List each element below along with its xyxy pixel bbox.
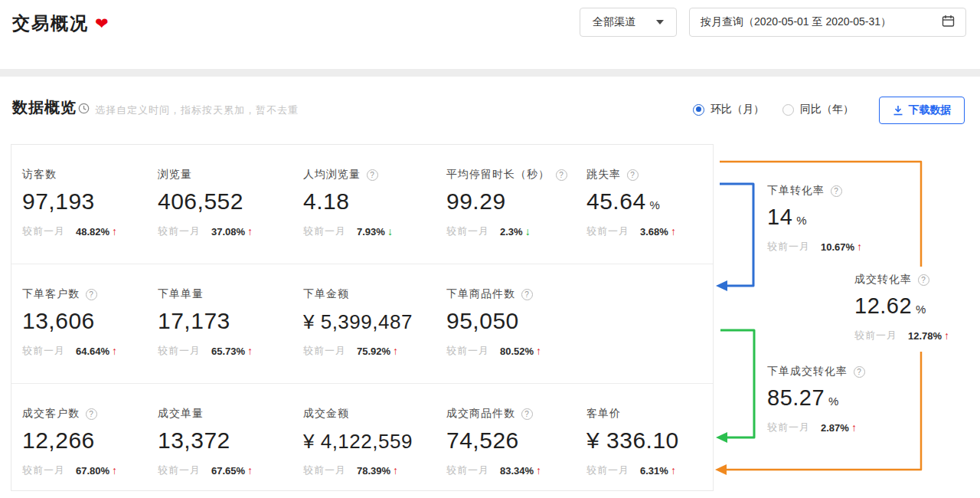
conversion-deal-rate: 成交转化率? 12.62% 较前一月12.78%↑ [847, 267, 968, 352]
conversion-order-rate: 下单转化率? 14% 较前一月10.67%↑ [760, 178, 900, 263]
metrics-row-deals: 成交客户数? 12,266 较前一月67.80%↑ 成交单量 13,372 较前… [11, 384, 713, 490]
compare-label: 较前一月 [22, 224, 65, 238]
change-value: 2.3% [500, 226, 523, 238]
download-data-button[interactable]: 下载数据 [879, 97, 965, 124]
radio-unselected-icon [782, 104, 794, 116]
info-icon[interactable]: ? [854, 366, 865, 378]
metric-label: 访客数 [22, 168, 57, 182]
metric-value: 406,552 [158, 188, 253, 215]
change-value: 6.31% [640, 465, 668, 477]
info-icon[interactable]: ? [556, 169, 567, 181]
trend-up-icon: ↑ [247, 464, 253, 477]
metric-avg-order-value: 客单价 ¥ 336.10 较前一月6.31%↑ [586, 407, 679, 477]
metric-label: 下单金额 [303, 287, 349, 301]
calendar-icon [942, 15, 955, 30]
metrics-row-orders: 下单客户数? 13,606 较前一月64.64%↑ 下单单量 17,173 较前… [11, 264, 713, 384]
metric-deal-customers: 成交客户数? 12,266 较前一月67.80%↑ [22, 407, 118, 477]
metric-label: 成交客户数 [22, 407, 80, 421]
change-value: 37.08% [211, 226, 245, 238]
overview-hint: 选择自定义时间，指标按天累加，暂不去重 [95, 103, 299, 117]
trend-down-icon: ↓ [525, 225, 531, 238]
metrics-row-traffic: 访客数 97,193 较前一月48.82%↑ 浏览量 406,552 较前一月3… [11, 145, 713, 264]
trend-up-icon: ↑ [393, 345, 399, 357]
info-icon[interactable]: ? [521, 289, 533, 300]
page-title-text: 交易概况 [12, 11, 89, 35]
trend-up-icon: ↑ [671, 225, 677, 238]
compare-label: 较前一月 [158, 344, 201, 358]
section-title: 数据概览 [12, 97, 77, 118]
metric-label: 下单成交转化率 [767, 365, 848, 378]
metric-label: 人均浏览量 [303, 168, 361, 182]
compare-label: 较前一月 [303, 344, 346, 358]
download-icon [893, 105, 903, 116]
compare-label: 较前一月 [854, 329, 897, 342]
compare-label: 较前一月 [586, 464, 629, 477]
metric-visitors: 访客数 97,193 较前一月48.82%↑ [22, 168, 118, 238]
metric-value: 14% [767, 205, 893, 230]
percent-suffix: % [796, 214, 807, 227]
compare-label: 较前一月 [767, 240, 810, 254]
radio-month-over-month[interactable]: 环比（月） [693, 103, 764, 116]
radio-year-over-year[interactable]: 同比（年） [782, 103, 854, 116]
info-icon[interactable]: ? [521, 408, 533, 420]
metric-value: 12,266 [22, 428, 118, 454]
channel-dropdown-value: 全部渠道 [593, 15, 635, 29]
metric-deal-count: 成交单量 13,372 较前一月67.65%↑ [158, 407, 253, 477]
info-icon[interactable]: ? [367, 169, 378, 181]
metric-value: 13,372 [158, 428, 253, 454]
trend-up-icon: ↑ [536, 345, 542, 357]
top-bar: 交易概况 ❤ 全部渠道 按月查询（2020-05-01 至 2020-05-31… [0, 0, 980, 69]
metric-order-customers: 下单客户数? 13,606 较前一月64.64%↑ [22, 287, 118, 358]
heart-icon[interactable]: ❤ [95, 15, 109, 33]
compare-label: 较前一月 [586, 224, 629, 238]
compare-label: 较前一月 [22, 464, 65, 477]
metric-label: 下单转化率 [767, 184, 825, 198]
blue-arrowhead-icon [716, 280, 727, 291]
metric-value: ¥ 336.10 [586, 428, 679, 454]
page-title: 交易概况 ❤ [12, 11, 109, 35]
change-value: 7.93% [357, 226, 385, 238]
change-value: 12.78% [908, 330, 942, 342]
metric-pv-per-visitor: 人均浏览量? 4.18 较前一月7.93%↓ [303, 168, 394, 238]
compare-label: 较前一月 [446, 344, 489, 358]
download-label: 下载数据 [909, 103, 952, 117]
chevron-down-icon [656, 20, 664, 25]
change-value: 3.68% [640, 226, 668, 238]
metric-label: 客单价 [586, 407, 621, 421]
clock-icon [78, 103, 90, 117]
metric-label: 下单单量 [158, 287, 204, 301]
trend-up-icon: ↑ [671, 464, 677, 477]
section-divider [0, 69, 980, 77]
metric-avg-stay-seconds: 平均停留时长（秒）? 99.29 较前一月2.3%↓ [446, 168, 567, 238]
info-icon[interactable]: ? [918, 274, 929, 286]
percent-suffix: % [916, 303, 926, 316]
change-value: 2.87% [821, 422, 849, 434]
info-icon[interactable]: ? [831, 185, 842, 197]
metric-value: 97,193 [22, 188, 118, 215]
info-icon[interactable]: ? [86, 289, 97, 300]
channel-dropdown[interactable]: 全部渠道 [580, 8, 677, 37]
metric-value: ¥ 5,399,487 [303, 310, 413, 334]
metric-label: 成交转化率 [854, 273, 912, 287]
metric-value: 99.29 [446, 188, 567, 215]
metric-label: 平均停留时长（秒） [446, 168, 550, 182]
trend-up-icon: ↑ [112, 345, 118, 357]
radio-yoy-label: 同比（年） [800, 103, 854, 116]
trend-up-icon: ↑ [851, 421, 858, 434]
info-icon[interactable]: ? [627, 169, 639, 181]
trend-up-icon: ↑ [536, 464, 542, 477]
green-arrowhead-icon [716, 432, 727, 443]
trend-up-icon: ↑ [857, 241, 863, 253]
metric-label: 成交金额 [303, 407, 349, 421]
metric-order-count: 下单单量 17,173 较前一月65.73%↑ [158, 287, 253, 358]
trend-up-icon: ↑ [112, 464, 118, 477]
metric-label: 下单商品件数 [446, 287, 515, 301]
compare-label: 较前一月 [22, 344, 65, 358]
change-value: 78.39% [357, 465, 390, 477]
date-range-picker[interactable]: 按月查询（2020-05-01 至 2020-05-31） [689, 8, 966, 37]
compare-label: 较前一月 [158, 464, 201, 477]
info-icon[interactable]: ? [86, 408, 97, 420]
change-value: 67.80% [76, 465, 109, 477]
trend-up-icon: ↑ [944, 329, 950, 342]
metric-order-items: 下单商品件数? 95,050 较前一月80.52%↑ [446, 287, 542, 358]
